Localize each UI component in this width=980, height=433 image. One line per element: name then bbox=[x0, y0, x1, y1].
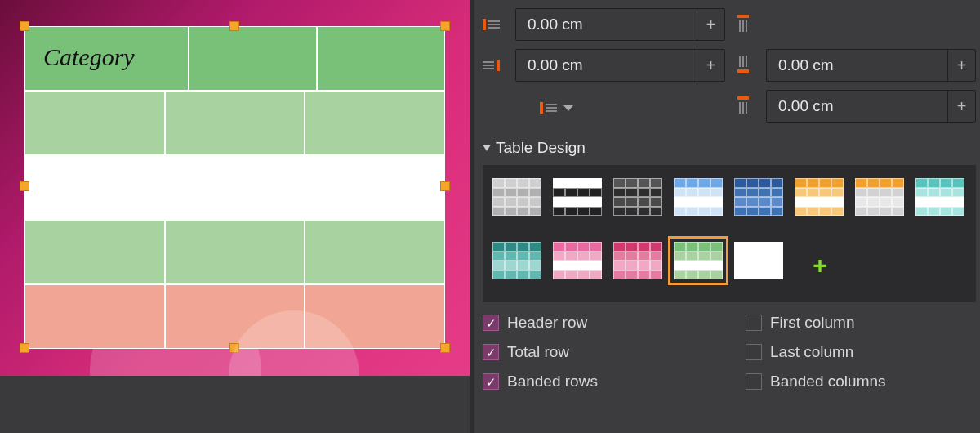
selection-handle[interactable] bbox=[229, 21, 239, 31]
checkbox-label: First column bbox=[770, 314, 854, 332]
checkbox-label: Header row bbox=[507, 314, 587, 332]
table-header-cell[interactable] bbox=[189, 26, 317, 91]
checkbox-label: Last column bbox=[770, 343, 853, 361]
indent-left-icon bbox=[735, 15, 751, 34]
table-design-section-header[interactable]: Table Design bbox=[483, 139, 976, 157]
space-below-value: 0.00 cm bbox=[516, 56, 697, 74]
table-style-teal[interactable] bbox=[915, 178, 964, 216]
add-table-style-button[interactable]: + bbox=[795, 239, 845, 292]
space-above-spin[interactable]: 0.00 cm + bbox=[515, 8, 725, 41]
checkbox-label: Total row bbox=[507, 343, 569, 361]
selection-handle[interactable] bbox=[20, 21, 29, 31]
table-style-magenta[interactable] bbox=[613, 242, 662, 279]
table-style-green[interactable] bbox=[674, 242, 723, 279]
indent-first-line-spin[interactable]: 0.00 cm + bbox=[766, 90, 976, 123]
table-header-cell[interactable]: Category bbox=[24, 26, 189, 91]
selection-handle[interactable] bbox=[440, 181, 450, 191]
slide-canvas[interactable]: Category bbox=[0, 0, 470, 376]
table-cell[interactable] bbox=[305, 220, 445, 284]
last-column-checkbox[interactable]: Last column bbox=[746, 343, 976, 361]
space-below-spin[interactable]: 0.00 cm + bbox=[515, 49, 725, 82]
table-style-blue-dark[interactable] bbox=[734, 178, 783, 216]
table-cell[interactable] bbox=[24, 220, 165, 284]
indent-right-value: 0.00 cm bbox=[767, 56, 947, 74]
table-style-black-white[interactable] bbox=[553, 178, 602, 216]
table-cell[interactable] bbox=[165, 155, 305, 220]
table-style-orange-bold[interactable] bbox=[795, 178, 844, 216]
table-cell[interactable] bbox=[165, 284, 305, 349]
table-cell[interactable] bbox=[24, 91, 165, 155]
checkbox-label: Banded rows bbox=[507, 373, 598, 391]
stepper-up-icon[interactable]: + bbox=[697, 50, 724, 81]
indent-right-icon bbox=[735, 56, 751, 75]
stepper-up-icon[interactable]: + bbox=[947, 91, 975, 122]
table-style-teal-dark[interactable] bbox=[492, 242, 541, 279]
chevron-down-icon bbox=[483, 145, 491, 151]
table-cell[interactable] bbox=[24, 155, 165, 220]
section-title: Table Design bbox=[496, 139, 586, 157]
selection-handle[interactable] bbox=[20, 181, 29, 191]
indent-first-line-icon bbox=[735, 96, 751, 116]
table-header-cell[interactable] bbox=[317, 26, 445, 91]
selection-handle[interactable] bbox=[20, 343, 29, 353]
table-cell[interactable] bbox=[305, 284, 445, 349]
table-style-default-light[interactable] bbox=[492, 178, 541, 216]
table-cell[interactable] bbox=[305, 91, 445, 155]
indent-right-spin[interactable]: 0.00 cm + bbox=[766, 49, 976, 82]
table-cell[interactable] bbox=[305, 155, 445, 220]
selection-handle[interactable] bbox=[440, 21, 450, 31]
indent-first-line-value: 0.00 cm bbox=[767, 97, 947, 115]
space-below-icon bbox=[483, 57, 502, 74]
line-spacing-dropdown[interactable] bbox=[540, 94, 572, 122]
table-style-blue-light[interactable] bbox=[674, 178, 723, 216]
table-style-orange-soft[interactable] bbox=[855, 178, 904, 216]
checkbox-label: Banded columns bbox=[770, 373, 886, 391]
selection-handle[interactable] bbox=[440, 343, 450, 353]
banded-columns-checkbox[interactable]: Banded columns bbox=[746, 373, 976, 391]
stepper-up-icon[interactable]: + bbox=[947, 50, 975, 81]
chevron-down-icon bbox=[564, 105, 573, 111]
space-above-value: 0.00 cm bbox=[516, 16, 697, 33]
table-style-grey[interactable] bbox=[613, 178, 662, 216]
first-column-checkbox[interactable]: First column bbox=[746, 314, 976, 332]
table-cell[interactable] bbox=[165, 220, 305, 284]
table-object[interactable]: Category bbox=[24, 26, 445, 349]
header-row-checkbox[interactable]: Header row bbox=[483, 314, 713, 332]
stepper-up-icon[interactable]: + bbox=[697, 9, 724, 40]
table-style-white[interactable] bbox=[734, 242, 783, 279]
space-above-icon bbox=[483, 16, 502, 33]
table-cell[interactable] bbox=[24, 284, 165, 349]
table-style-pink[interactable] bbox=[553, 242, 602, 279]
banded-rows-checkbox[interactable]: Banded rows bbox=[483, 373, 713, 391]
table-style-gallery: + bbox=[483, 165, 976, 302]
properties-panel: 0.00 cm + 0.00 cm + 0.00 cm + bbox=[470, 0, 980, 433]
selection-handle[interactable] bbox=[229, 343, 239, 353]
table-cell[interactable] bbox=[165, 91, 305, 155]
panel-divider[interactable] bbox=[470, 0, 474, 433]
total-row-checkbox[interactable]: Total row bbox=[483, 343, 713, 361]
